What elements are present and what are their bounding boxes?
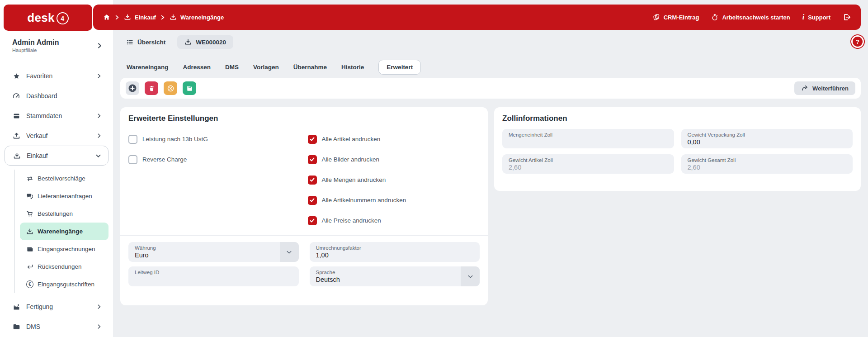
submenu-item-eingangsgutschriften[interactable]: € Eingangsgutschriften (20, 275, 108, 293)
sidebar-item-favoriten[interactable]: Favoriten (0, 66, 113, 86)
x-circle-icon (167, 85, 175, 92)
tab-vorlagen[interactable]: Vorlagen (253, 64, 279, 71)
list-icon (127, 39, 133, 46)
user-name: Admin Admin (12, 38, 59, 47)
timesheet-start-button[interactable]: Arbeitsnachweis starten (711, 14, 790, 21)
record-tab-label: WE000020 (196, 39, 226, 46)
customs-card-title: Zollinformationen (502, 114, 853, 123)
sidebar-item-label: Favoriten (26, 72, 52, 80)
brand-logo[interactable]: desk 4 (4, 5, 92, 31)
advanced-settings-card: Erweiterte Einstellungen Leistung nach 1… (120, 107, 488, 305)
tab-historie[interactable]: Historie (341, 64, 364, 71)
sidebar-item-einkauf[interactable]: Einkauf (5, 146, 108, 166)
chevron-down-icon[interactable] (280, 242, 299, 262)
sidebar-item-label: Dashboard (26, 92, 57, 100)
crm-entry-label: CRM-Eintrag (664, 14, 699, 21)
home-icon[interactable] (103, 14, 110, 21)
checkbox-label: Alle Artikel andrucken (322, 136, 381, 142)
trash-icon (148, 85, 155, 92)
sidebar-item-label: Stammdaten (26, 112, 62, 119)
field-value-disabled: 2,60 (509, 163, 668, 172)
checkbox-reverse-charge[interactable]: Reverse Charge (128, 149, 304, 170)
stopwatch-icon (711, 14, 718, 21)
checkbox-alle-artikelnummern[interactable]: Alle Artikelnummern andrucken (308, 190, 480, 210)
sidebar-item-verkauf[interactable]: Verkauf (0, 126, 113, 146)
language-select[interactable]: Sprache Deutsch (310, 266, 480, 286)
field-label: Währung (135, 245, 292, 251)
forward-arrow-icon (801, 85, 808, 92)
checkbox-checked-icon (308, 176, 317, 185)
checkbox-unchecked-icon (128, 155, 137, 164)
checkbox-leistung-13b[interactable]: Leistung nach 13b UstG (128, 129, 304, 149)
tray-download-icon (26, 228, 33, 235)
delete-button[interactable] (145, 81, 158, 95)
return-arrow-icon (26, 263, 33, 271)
support-button[interactable]: i Support (802, 14, 830, 21)
checkbox-alle-preise[interactable]: Alle Preise andrucken (308, 210, 480, 231)
gauge-icon (12, 92, 20, 100)
settings-card-title: Erweiterte Einstellungen (128, 114, 480, 123)
archive-box-icon (12, 112, 20, 120)
tab-erweitert[interactable]: Erweitert (378, 60, 421, 75)
info-icon: i (802, 14, 804, 20)
submenu-item-bestellungen[interactable]: Bestellungen (20, 205, 108, 223)
cancel-button[interactable] (164, 81, 177, 95)
tab-dms[interactable]: DMS (225, 64, 239, 71)
overview-tab-label: Übersicht (137, 39, 165, 46)
save-floppy-icon (186, 85, 193, 92)
sidebar-item-stammdaten[interactable]: Stammdaten (0, 106, 113, 126)
wallet-icon (26, 246, 33, 253)
action-toolbar: Weiterführen (120, 78, 861, 99)
sidebar-item-label: Fertigung (26, 303, 53, 310)
user-branch: Hauptfiliale (12, 47, 59, 53)
sidebar-item-dms[interactable]: DMS (0, 317, 113, 337)
total-weight-field[interactable]: Gewicht Gesamt Zoll 2,60 (681, 154, 853, 174)
crm-entry-button[interactable]: CRM-Eintrag (653, 14, 699, 21)
customs-info-card: Zollinformationen Mengeneinheit Zoll Gew… (494, 107, 861, 191)
help-button[interactable]: ? (850, 34, 865, 49)
sidebar-item-label: DMS (26, 323, 40, 330)
sidebar-item-fertigung[interactable]: Fertigung (0, 297, 113, 317)
breadcrumb-wareneingaenge[interactable]: Wareneingänge (170, 14, 224, 21)
star-icon (12, 72, 20, 80)
settings-fields: Währung Euro Umrechnungsfaktor 1,00 Leit… (128, 242, 480, 286)
packaging-weight-field[interactable]: Gewicht Verpackung Zoll 0,00 (681, 129, 853, 148)
tab-wareneingang[interactable]: Wareneingang (127, 64, 169, 71)
card-row: Erweiterte Einstellungen Leistung nach 1… (120, 107, 861, 305)
sidebar: desk 4 Admin Admin Hauptfiliale Favorite… (0, 0, 113, 337)
logout-icon (843, 13, 851, 21)
currency-select[interactable]: Währung Euro (128, 242, 299, 262)
submenu-item-eingangsrechnungen[interactable]: Eingangsrechnungen (20, 240, 108, 258)
save-button[interactable] (183, 81, 196, 95)
card-divider (120, 235, 488, 236)
tab-adressen[interactable]: Adressen (183, 64, 211, 71)
leitweg-id-field[interactable]: Leitweg ID (128, 266, 299, 286)
checkbox-alle-mengen[interactable]: Alle Mengen andrucken (308, 170, 480, 190)
conversion-factor-field[interactable]: Umrechnungsfaktor 1,00 (310, 242, 480, 262)
chevron-down-icon[interactable] (461, 266, 480, 286)
user-menu[interactable]: Admin Admin Hauptfiliale (12, 38, 102, 53)
submenu-item-bestellvorschlaege[interactable]: Bestellvorschläge (20, 170, 108, 187)
checkbox-alle-artikel[interactable]: Alle Artikel andrucken (308, 129, 480, 149)
submenu-item-wareneingaenge[interactable]: Wareneingänge (20, 223, 108, 240)
sidebar-item-dashboard[interactable]: Dashboard (0, 86, 113, 106)
overview-tab[interactable]: Übersicht (127, 39, 165, 46)
submenu-item-label: Wareneingänge (38, 228, 83, 235)
tab-uebernahme[interactable]: Übernahme (293, 64, 327, 71)
logout-button[interactable] (843, 13, 851, 21)
breadcrumb-einkauf[interactable]: Einkauf (124, 14, 156, 21)
submenu-item-lieferantenanfragen[interactable]: Lieferantenanfragen (20, 187, 108, 205)
checkbox-label: Alle Bilder andrucken (322, 156, 380, 163)
article-weight-field[interactable]: Gewicht Artikel Zoll 2,60 (502, 154, 674, 174)
field-label: Sprache (316, 269, 474, 275)
record-tab-we000020[interactable]: WE000020 (177, 35, 233, 49)
add-button[interactable] (126, 81, 139, 95)
customs-unit-field[interactable]: Mengeneinheit Zoll (502, 129, 674, 148)
forward-button[interactable]: Weiterführen (794, 81, 855, 95)
field-value: 1,00 (316, 251, 474, 260)
checkbox-alle-bilder[interactable]: Alle Bilder andrucken (308, 149, 480, 170)
field-value: 0,00 (688, 138, 847, 147)
question-mark-icon: ? (853, 37, 863, 47)
submenu-item-ruecksendungen[interactable]: Rücksendungen (20, 258, 108, 275)
checkbox-label: Leistung nach 13b UstG (142, 136, 208, 142)
